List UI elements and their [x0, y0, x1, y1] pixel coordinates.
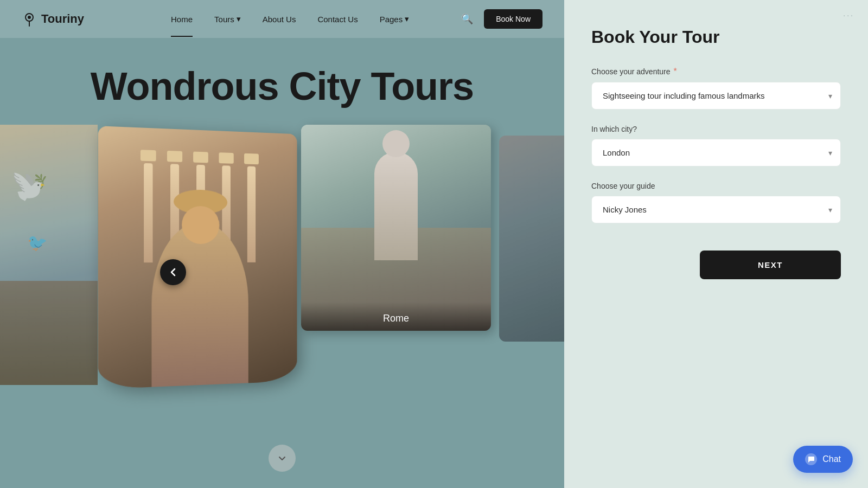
statue-figure [374, 152, 418, 260]
next-button[interactable]: NEXT [700, 251, 841, 279]
guide-select-wrapper: Nicky Jones John Smith Maria Garcia Tom … [591, 196, 841, 223]
nav-links: Home Tours ▾ About Us Contact Us Pages ▾ [171, 14, 409, 24]
nav-contact[interactable]: Contact Us [317, 15, 358, 24]
brand-name: Touriny [41, 12, 84, 26]
booking-panel: ··· Book Your Tour Choose your adventure… [564, 0, 868, 488]
prev-arrow-button[interactable] [160, 259, 186, 285]
partial-image [499, 136, 564, 342]
search-icon[interactable]: 🔍 [461, 13, 473, 25]
ruins-image [98, 126, 297, 389]
svg-point-1 [28, 16, 31, 19]
nav-pages[interactable]: Pages ▾ [380, 14, 410, 24]
buildings-silhouette [0, 281, 98, 385]
nav-right: 🔍 Book Now [461, 9, 542, 29]
chat-icon [805, 453, 817, 465]
pages-dropdown-icon: ▾ [405, 14, 409, 24]
booking-title: Book Your Tour [591, 27, 841, 47]
left-arrow-icon [168, 267, 178, 278]
guide-select[interactable]: Nicky Jones John Smith Maria Garcia Tom … [591, 196, 841, 223]
tours-dropdown-icon: ▾ [237, 14, 241, 24]
form-actions: NEXT [591, 244, 841, 279]
rome-image: Rome [301, 125, 491, 331]
seagull-image: 🕊️ 🐦 [0, 125, 98, 385]
chat-button[interactable]: Chat [793, 446, 853, 473]
guide-group: Choose your guide Nicky Jones John Smith… [591, 182, 841, 223]
scroll-down-icon [277, 453, 288, 464]
city-select[interactable]: London Rome Paris Barcelona Amsterdam [591, 139, 841, 166]
guide-label: Choose your guide [591, 182, 841, 190]
main-content: Touriny Home Tours ▾ About Us Contact Us… [0, 0, 564, 488]
nav-tours[interactable]: Tours ▾ [214, 14, 241, 24]
adventure-select-wrapper: Sightseeing tour including famous landma… [591, 82, 841, 110]
gallery: 🕊️ 🐦 [0, 125, 564, 445]
required-indicator: * [673, 67, 676, 76]
book-now-button[interactable]: Book Now [484, 9, 542, 29]
logo[interactable]: Touriny [22, 11, 84, 27]
adventure-label: Choose your adventure * [591, 67, 841, 76]
adventure-group: Choose your adventure * Sightseeing tour… [591, 67, 841, 110]
navbar: Touriny Home Tours ▾ About Us Contact Us… [0, 0, 564, 38]
city-group: In which city? London Rome Paris Barcelo… [591, 125, 841, 166]
city-select-wrapper: London Rome Paris Barcelona Amsterdam ▾ [591, 139, 841, 166]
scroll-indicator[interactable] [269, 445, 296, 472]
woman-figure [151, 222, 248, 387]
panel-decoration: ··· [843, 11, 854, 20]
adventure-select[interactable]: Sightseeing tour including famous landma… [591, 82, 841, 110]
rome-label: Rome [301, 302, 491, 331]
city-label: In which city? [591, 125, 841, 133]
chat-label: Chat [822, 454, 841, 464]
hero-title: Wondrous City Tours [0, 65, 564, 108]
seagull-bird-icon: 🕊️ [11, 168, 48, 203]
seagull-small-icon: 🐦 [27, 233, 47, 252]
nav-home[interactable]: Home [171, 15, 193, 24]
nav-about[interactable]: About Us [263, 15, 296, 24]
